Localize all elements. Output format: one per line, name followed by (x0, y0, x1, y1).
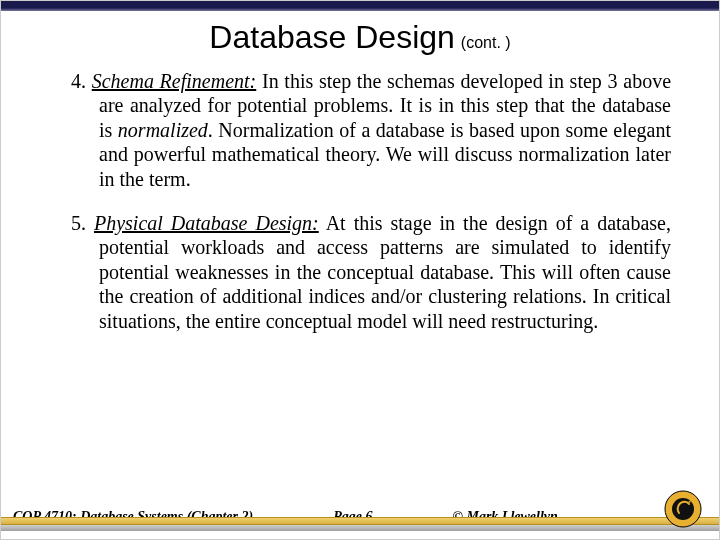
item-body-em: normalized (118, 119, 208, 141)
content-area: 4. Schema Refinement: In this step the s… (47, 69, 671, 353)
footer-bar (1, 517, 719, 531)
item-number: 5. (71, 212, 86, 234)
slide: Database Design (cont. ) 4. Schema Refin… (0, 0, 720, 540)
title-wrap: Database Design (cont. ) (1, 19, 719, 56)
institution-logo (663, 489, 703, 529)
footer-grey-stripe (1, 525, 719, 531)
footer-gold-stripe (1, 517, 719, 525)
slide-title: Database Design (209, 19, 454, 55)
list-item: 5. Physical Database Design: At this sta… (47, 211, 671, 333)
top-stripe (1, 1, 719, 11)
item-number: 4. (71, 70, 86, 92)
item-heading: Schema Refinement: (92, 70, 257, 92)
item-heading: Physical Database Design: (94, 212, 319, 234)
list-item: 4. Schema Refinement: In this step the s… (47, 69, 671, 191)
slide-title-cont: (cont. ) (461, 34, 511, 51)
